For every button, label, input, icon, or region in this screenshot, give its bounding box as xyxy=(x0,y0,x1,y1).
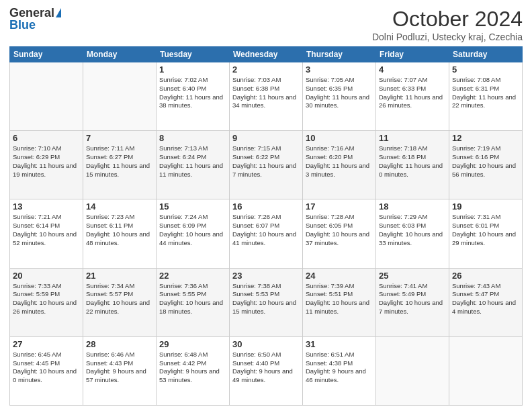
day-info: Sunrise: 7:11 AM Sunset: 6:27 PM Dayligh… xyxy=(86,144,153,179)
day-info: Sunrise: 7:34 AM Sunset: 5:57 PM Dayligh… xyxy=(86,282,153,316)
day-number: 14 xyxy=(86,201,153,212)
day-number: 18 xyxy=(379,201,446,212)
day-info: Sunrise: 7:21 AM Sunset: 6:14 PM Dayligh… xyxy=(13,213,80,247)
table-row: 23Sunrise: 7:38 AM Sunset: 5:53 PM Dayli… xyxy=(230,268,303,336)
day-info: Sunrise: 7:16 AM Sunset: 6:20 PM Dayligh… xyxy=(306,144,373,179)
day-info: Sunrise: 7:07 AM Sunset: 6:33 PM Dayligh… xyxy=(379,76,446,110)
day-info: Sunrise: 7:10 AM Sunset: 6:29 PM Dayligh… xyxy=(13,144,80,179)
title-block: October 2024 Dolni Podluzi, Ustecky kraj… xyxy=(372,7,523,42)
day-info: Sunrise: 6:46 AM Sunset: 4:43 PM Dayligh… xyxy=(86,351,153,385)
table-row: 16Sunrise: 7:26 AM Sunset: 6:07 PM Dayli… xyxy=(230,199,303,268)
day-info: Sunrise: 7:02 AM Sunset: 6:40 PM Dayligh… xyxy=(159,76,226,110)
table-row xyxy=(449,336,523,405)
header: General Blue October 2024 Dolni Podluzi,… xyxy=(9,7,523,42)
logo-icon xyxy=(56,8,61,17)
table-row: 21Sunrise: 7:34 AM Sunset: 5:57 PM Dayli… xyxy=(83,268,157,336)
col-wednesday: Wednesday xyxy=(230,47,303,62)
page: General Blue October 2024 Dolni Podluzi,… xyxy=(0,0,532,411)
day-info: Sunrise: 7:41 AM Sunset: 5:49 PM Dayligh… xyxy=(379,282,446,316)
day-info: Sunrise: 7:38 AM Sunset: 5:53 PM Dayligh… xyxy=(232,282,300,316)
day-info: Sunrise: 7:15 AM Sunset: 6:22 PM Dayligh… xyxy=(232,144,300,179)
day-number: 6 xyxy=(13,133,80,143)
table-row: 1Sunrise: 7:02 AM Sunset: 6:40 PM Daylig… xyxy=(157,62,230,131)
day-info: Sunrise: 6:50 AM Sunset: 4:40 PM Dayligh… xyxy=(232,351,300,385)
logo: General Blue xyxy=(9,7,61,31)
table-row: 17Sunrise: 7:28 AM Sunset: 6:05 PM Dayli… xyxy=(303,199,376,268)
day-number: 11 xyxy=(379,133,446,143)
table-row: 6Sunrise: 7:10 AM Sunset: 6:29 PM Daylig… xyxy=(10,131,83,199)
calendar-week-row: 1Sunrise: 7:02 AM Sunset: 6:40 PM Daylig… xyxy=(10,62,523,131)
day-info: Sunrise: 7:31 AM Sunset: 6:01 PM Dayligh… xyxy=(452,213,519,247)
day-number: 17 xyxy=(306,201,373,212)
table-row: 19Sunrise: 7:31 AM Sunset: 6:01 PM Dayli… xyxy=(449,199,523,268)
table-row: 13Sunrise: 7:21 AM Sunset: 6:14 PM Dayli… xyxy=(10,199,83,268)
table-row: 8Sunrise: 7:13 AM Sunset: 6:24 PM Daylig… xyxy=(157,131,230,199)
table-row: 25Sunrise: 7:41 AM Sunset: 5:49 PM Dayli… xyxy=(376,268,449,336)
table-row xyxy=(83,62,157,131)
day-info: Sunrise: 7:24 AM Sunset: 6:09 PM Dayligh… xyxy=(159,213,226,247)
table-row: 9Sunrise: 7:15 AM Sunset: 6:22 PM Daylig… xyxy=(230,131,303,199)
table-row xyxy=(376,336,449,405)
calendar-week-row: 13Sunrise: 7:21 AM Sunset: 6:14 PM Dayli… xyxy=(10,199,523,268)
col-monday: Monday xyxy=(83,47,157,62)
calendar-week-row: 6Sunrise: 7:10 AM Sunset: 6:29 PM Daylig… xyxy=(10,131,523,199)
col-saturday: Saturday xyxy=(449,47,523,62)
table-row: 15Sunrise: 7:24 AM Sunset: 6:09 PM Dayli… xyxy=(157,199,230,268)
day-number: 10 xyxy=(306,133,373,143)
calendar-table: Sunday Monday Tuesday Wednesday Thursday… xyxy=(9,46,523,406)
day-number: 20 xyxy=(13,271,80,281)
day-number: 25 xyxy=(379,271,446,281)
day-info: Sunrise: 7:08 AM Sunset: 6:31 PM Dayligh… xyxy=(452,76,519,110)
day-number: 7 xyxy=(86,133,153,143)
day-info: Sunrise: 7:36 AM Sunset: 5:55 PM Dayligh… xyxy=(159,282,226,316)
day-number: 12 xyxy=(452,133,519,143)
day-info: Sunrise: 7:05 AM Sunset: 6:35 PM Dayligh… xyxy=(306,76,373,110)
table-row: 28Sunrise: 6:46 AM Sunset: 4:43 PM Dayli… xyxy=(83,336,157,405)
day-number: 2 xyxy=(232,64,300,75)
day-number: 4 xyxy=(379,64,446,75)
day-number: 5 xyxy=(452,64,519,75)
table-row: 10Sunrise: 7:16 AM Sunset: 6:20 PM Dayli… xyxy=(303,131,376,199)
logo-blue: Blue xyxy=(9,19,36,31)
day-number: 19 xyxy=(452,201,519,212)
day-number: 22 xyxy=(159,271,226,281)
day-number: 21 xyxy=(86,271,153,281)
table-row: 24Sunrise: 7:39 AM Sunset: 5:51 PM Dayli… xyxy=(303,268,376,336)
day-number: 3 xyxy=(306,64,373,75)
col-friday: Friday xyxy=(376,47,449,62)
day-number: 29 xyxy=(159,339,226,349)
table-row: 2Sunrise: 7:03 AM Sunset: 6:38 PM Daylig… xyxy=(230,62,303,131)
calendar-week-row: 20Sunrise: 7:33 AM Sunset: 5:59 PM Dayli… xyxy=(10,268,523,336)
day-info: Sunrise: 7:43 AM Sunset: 5:47 PM Dayligh… xyxy=(452,282,519,316)
day-number: 16 xyxy=(232,201,300,212)
day-info: Sunrise: 6:48 AM Sunset: 4:42 PM Dayligh… xyxy=(159,351,226,385)
table-row: 14Sunrise: 7:23 AM Sunset: 6:11 PM Dayli… xyxy=(83,199,157,268)
table-row: 29Sunrise: 6:48 AM Sunset: 4:42 PM Dayli… xyxy=(157,336,230,405)
table-row: 20Sunrise: 7:33 AM Sunset: 5:59 PM Dayli… xyxy=(10,268,83,336)
table-row: 22Sunrise: 7:36 AM Sunset: 5:55 PM Dayli… xyxy=(157,268,230,336)
table-row: 5Sunrise: 7:08 AM Sunset: 6:31 PM Daylig… xyxy=(449,62,523,131)
day-info: Sunrise: 7:03 AM Sunset: 6:38 PM Dayligh… xyxy=(232,76,300,110)
day-number: 13 xyxy=(13,201,80,212)
table-row: 4Sunrise: 7:07 AM Sunset: 6:33 PM Daylig… xyxy=(376,62,449,131)
table-row: 27Sunrise: 6:45 AM Sunset: 4:45 PM Dayli… xyxy=(10,336,83,405)
day-info: Sunrise: 7:39 AM Sunset: 5:51 PM Dayligh… xyxy=(306,282,373,316)
col-sunday: Sunday xyxy=(10,47,83,62)
table-row: 18Sunrise: 7:29 AM Sunset: 6:03 PM Dayli… xyxy=(376,199,449,268)
table-row: 31Sunrise: 6:51 AM Sunset: 4:38 PM Dayli… xyxy=(303,336,376,405)
table-row: 3Sunrise: 7:05 AM Sunset: 6:35 PM Daylig… xyxy=(303,62,376,131)
day-info: Sunrise: 7:13 AM Sunset: 6:24 PM Dayligh… xyxy=(159,144,226,179)
day-number: 23 xyxy=(232,271,300,281)
calendar-header-row: Sunday Monday Tuesday Wednesday Thursday… xyxy=(10,47,523,62)
logo-general: General xyxy=(9,7,54,19)
day-number: 1 xyxy=(159,64,226,75)
day-number: 27 xyxy=(13,339,80,349)
calendar-week-row: 27Sunrise: 6:45 AM Sunset: 4:45 PM Dayli… xyxy=(10,336,523,405)
table-row: 26Sunrise: 7:43 AM Sunset: 5:47 PM Dayli… xyxy=(449,268,523,336)
month-title: October 2024 xyxy=(372,7,523,32)
day-info: Sunrise: 7:33 AM Sunset: 5:59 PM Dayligh… xyxy=(13,282,80,316)
day-number: 30 xyxy=(232,339,300,349)
col-tuesday: Tuesday xyxy=(157,47,230,62)
col-thursday: Thursday xyxy=(303,47,376,62)
day-info: Sunrise: 7:19 AM Sunset: 6:16 PM Dayligh… xyxy=(452,144,519,179)
